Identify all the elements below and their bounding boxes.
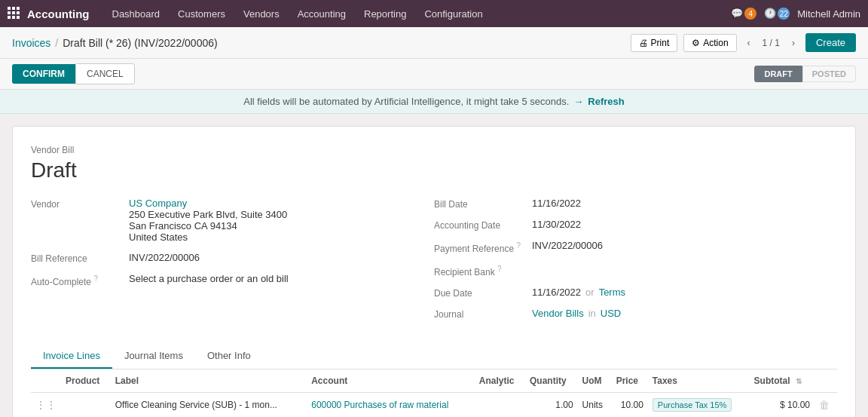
tax-badge-1: Purchase Tax 15% xyxy=(653,398,732,412)
breadcrumb-parent[interactable]: Invoices xyxy=(12,37,50,49)
apps-icon[interactable] xyxy=(8,7,20,21)
bill-left: Vendor US Company 250 Executive Park Blv… xyxy=(31,198,434,329)
clock-badge: 22 xyxy=(778,8,790,20)
nav-right: 💬4 🕐22 Mitchell Admin xyxy=(731,8,860,20)
col-taxes-header: Taxes xyxy=(648,369,750,393)
confirm-button[interactable]: CONFIRM xyxy=(12,64,75,84)
table-row: ⋮⋮ Office Cleaning Service (SUB) - 1 mon… xyxy=(31,393,837,418)
journal-in: in xyxy=(588,308,596,319)
tabs: Invoice Lines Journal Items Other Info xyxy=(31,344,837,369)
label-cell-1[interactable]: Office Cleaning Service (SUB) - 1 mon... xyxy=(111,393,307,418)
brand-name: Accounting xyxy=(27,8,90,20)
bill-reference-field: Bill Reference INV/2022/00006 xyxy=(31,252,404,264)
breadcrumb-separator: / xyxy=(55,37,58,49)
auto-complete-input[interactable]: Select a purchase order or an old bill xyxy=(129,273,289,284)
notifications-badge: 4 xyxy=(744,8,756,20)
notifications-icon[interactable]: 💬4 xyxy=(731,8,756,20)
payment-reference-value[interactable]: INV/2022/00006 xyxy=(532,240,603,251)
svg-rect-1 xyxy=(12,7,15,10)
breadcrumb: Invoices / Draft Bill (* 26) (INV/2022/0… xyxy=(12,37,218,49)
auto-complete-label: Auto-Complete ? xyxy=(31,273,129,287)
invoice-table: Product Label Account Analytic Quantity xyxy=(31,369,837,417)
breadcrumb-current: Draft Bill (* 26) (INV/2022/00006) xyxy=(63,37,217,49)
account-cell-1[interactable]: 600000 Purchases of raw material xyxy=(307,393,475,418)
delete-icon-1[interactable]: 🗑 xyxy=(819,399,830,411)
svg-rect-5 xyxy=(17,11,20,14)
vendor-value: US Company 250 Executive Park Blvd, Suit… xyxy=(129,198,287,243)
nav-customers[interactable]: Customers xyxy=(170,4,233,24)
accounting-date-field: Accounting Date 11/30/2022 xyxy=(434,219,837,231)
delete-cell-1[interactable]: 🗑 xyxy=(815,393,837,418)
action-button[interactable]: ⚙ Action xyxy=(683,34,736,52)
bill-reference-value[interactable]: INV/2022/00006 xyxy=(129,252,200,263)
bill-reference-label: Bill Reference xyxy=(31,252,129,264)
bill-date-value[interactable]: 11/16/2022 xyxy=(532,198,581,209)
subtotal-sort-icon[interactable]: ⇅ xyxy=(796,377,802,385)
product-cell-1[interactable] xyxy=(61,393,111,418)
svg-rect-4 xyxy=(12,11,15,14)
nav-vendors[interactable]: Vendors xyxy=(236,4,287,24)
col-quantity-header: Quantity xyxy=(525,369,578,393)
vendor-field: Vendor US Company 250 Executive Park Blv… xyxy=(31,198,404,243)
tab-journal-items[interactable]: Journal Items xyxy=(112,344,195,369)
top-navigation: Accounting Dashboard Customers Vendors A… xyxy=(0,0,868,27)
tab-other-info[interactable]: Other Info xyxy=(195,344,263,369)
uom-cell-1[interactable]: Units xyxy=(578,393,612,418)
bill-right: Bill Date 11/16/2022 Accounting Date 11/… xyxy=(434,198,837,329)
vendor-name[interactable]: US Company xyxy=(129,198,287,209)
create-button[interactable]: Create xyxy=(805,33,856,52)
bill-status: Draft xyxy=(31,158,837,182)
refresh-button[interactable]: Refresh xyxy=(588,96,624,107)
vendor-address2: San Francisco CA 94134 xyxy=(129,220,287,231)
col-actions-header xyxy=(815,369,837,393)
analytic-cell-1[interactable] xyxy=(475,393,525,418)
due-date-value[interactable]: 11/16/2022 xyxy=(532,287,581,298)
main-content: Vendor Bill Draft Vendor US Company 250 … xyxy=(0,114,868,417)
svg-rect-8 xyxy=(17,16,20,19)
reorder-handle-1[interactable]: ⋮⋮ xyxy=(31,393,61,418)
journal-currency[interactable]: USD xyxy=(601,308,621,319)
svg-rect-0 xyxy=(8,7,11,10)
col-label-header: Label xyxy=(111,369,307,393)
col-price-header: Price xyxy=(612,369,648,393)
recipient-bank-help-icon: ? xyxy=(497,265,502,273)
status-posted[interactable]: POSTED xyxy=(802,66,856,82)
prev-arrow[interactable]: ‹ xyxy=(743,36,755,50)
next-arrow[interactable]: › xyxy=(787,36,799,50)
bill-type: Vendor Bill xyxy=(31,145,837,155)
print-button[interactable]: 🖨 Print xyxy=(631,34,678,52)
ai-banner: All fields will be automated by Artifici… xyxy=(0,90,868,114)
due-date-field: Due Date 11/16/2022 or Terms xyxy=(434,287,837,299)
auto-complete-field: Auto-Complete ? Select a purchase order … xyxy=(31,273,404,287)
svg-rect-6 xyxy=(8,16,11,19)
nav-dashboard[interactable]: Dashboard xyxy=(105,4,168,24)
auto-complete-help-icon: ? xyxy=(93,274,98,283)
user-menu[interactable]: Mitchell Admin xyxy=(797,8,860,20)
clock-icon[interactable]: 🕐22 xyxy=(764,8,790,20)
due-date-label: Due Date xyxy=(434,287,532,299)
svg-rect-2 xyxy=(17,7,20,10)
arrow-icon: → xyxy=(573,96,583,107)
quantity-cell-1[interactable]: 1.00 xyxy=(525,393,578,418)
cancel-button[interactable]: CANCEL xyxy=(75,63,135,84)
tab-invoice-lines[interactable]: Invoice Lines xyxy=(31,344,112,369)
col-account-header: Account xyxy=(307,369,475,393)
action-bar: CONFIRM CANCEL DRAFT POSTED xyxy=(0,59,868,90)
gear-icon: ⚙ xyxy=(692,38,700,48)
journal-value[interactable]: Vendor Bills xyxy=(532,308,584,319)
due-date-terms[interactable]: Terms xyxy=(599,287,625,298)
accounting-date-value[interactable]: 11/30/2022 xyxy=(532,219,581,230)
nav-configuration[interactable]: Configuration xyxy=(417,4,490,24)
vendor-label: Vendor xyxy=(31,198,129,210)
nav-reporting[interactable]: Reporting xyxy=(356,4,414,24)
svg-rect-3 xyxy=(8,11,11,14)
status-draft[interactable]: DRAFT xyxy=(754,66,802,82)
nav-accounting[interactable]: Accounting xyxy=(290,4,353,24)
col-product-header: Product xyxy=(61,369,111,393)
print-icon: 🖨 xyxy=(639,38,648,48)
tax-cell-1[interactable]: Purchase Tax 15% xyxy=(648,393,750,418)
subtotal-cell-1: $ 10.00 xyxy=(750,393,815,418)
price-cell-1[interactable]: 10.00 xyxy=(612,393,648,418)
bill-card: Vendor Bill Draft Vendor US Company 250 … xyxy=(12,126,856,417)
payment-reference-label: Payment Reference ? xyxy=(434,240,532,254)
